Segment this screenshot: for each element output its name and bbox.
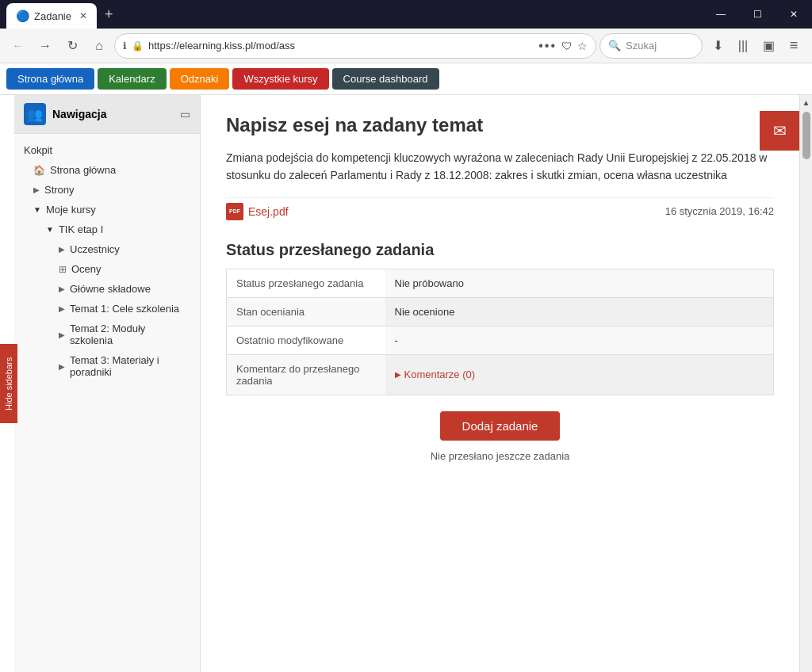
home-icon: 🏠	[33, 165, 45, 176]
sidebar-item-glowne-skladowe-label: Główne składowe	[70, 283, 151, 295]
status-label-1: Stan oceniania	[227, 297, 385, 326]
nav-bar: Strona główna Kalendarz Odznaki Wszystki…	[0, 63, 812, 95]
window-controls: — ☐ ✕	[703, 0, 812, 29]
pdf-icon: PDF	[226, 203, 243, 220]
active-tab[interactable]: 🔵 Zadanie ✕	[6, 3, 97, 29]
chevron-right-icon-t3: ▶	[59, 362, 65, 371]
status-value-2: -	[385, 326, 774, 354]
table-row: Stan oceniania Nie ocenione	[227, 297, 774, 326]
sidebar-nav: Kokpit 🏠 Strona główna ▶ Strony ▼ Moje k…	[14, 134, 200, 388]
sidebar-item-moje-kursy-label: Moje kursy	[46, 204, 96, 216]
sidebar-item-kokpit[interactable]: Kokpit	[14, 140, 200, 160]
chevron-right-icon-t1: ▶	[59, 304, 65, 313]
nav-wszystkie-kursy[interactable]: Wszystkie kursy	[232, 68, 328, 90]
sidebar: 👥 Nawigacja ▭ Kokpit 🏠 Strona główna ▶	[14, 95, 201, 672]
library-button[interactable]: |||	[731, 34, 755, 58]
download-button[interactable]: ⬇	[706, 34, 730, 58]
grid-icon: ⊞	[59, 264, 67, 275]
sidebar-item-temat3[interactable]: ▶ Temat 3: Materiały i poradniki	[14, 350, 200, 382]
file-name: Esej.pdf	[248, 205, 289, 218]
sidebar-item-strony[interactable]: ▶ Strony	[14, 180, 200, 200]
nav-odznaki[interactable]: Odznaki	[170, 68, 230, 90]
status-value-3-cell: ▶ Komentarze (0)	[385, 354, 774, 395]
nav-strona-glowna[interactable]: Strona główna	[6, 68, 94, 90]
shield-icon: 🛡	[561, 40, 573, 52]
chevron-right-icon-glowne: ▶	[59, 284, 65, 293]
sidebar-button[interactable]: ▣	[756, 34, 780, 58]
status-table: Status przesłanego zadania Nie próbowano…	[226, 269, 774, 395]
content-area: ✉ Napisz esej na zadany temat Zmiana pod…	[201, 95, 799, 672]
sidebar-item-temat1[interactable]: ▶ Temat 1: Cele szkolenia	[14, 299, 200, 319]
sidebar-item-temat2-label: Temat 2: Moduły szkolenia	[70, 323, 190, 346]
status-label-2: Ostatnio modyfikowane	[227, 326, 385, 354]
tab-close-button[interactable]: ✕	[79, 10, 87, 21]
close-window-button[interactable]: ✕	[776, 0, 812, 29]
search-bar[interactable]: 🔍 Szukaj	[599, 33, 703, 59]
sidebar-header: 👥 Nawigacja ▭	[14, 95, 200, 134]
table-row: Ostatnio modyfikowane -	[227, 326, 774, 354]
sidebar-item-oceny-label: Oceny	[71, 263, 102, 275]
title-bar: 🔵 Zadanie ✕ + — ☐ ✕	[0, 0, 812, 29]
sidebar-item-uczestnicy-label: Uczestnicy	[70, 243, 120, 255]
sidebar-collapse-button[interactable]: ▭	[180, 108, 190, 120]
tab-bar: 🔵 Zadanie ✕ +	[6, 0, 703, 29]
sidebar-item-uczestnicy[interactable]: ▶ Uczestnicy	[14, 239, 200, 259]
sidebar-item-oceny[interactable]: ⊞ Oceny	[14, 259, 200, 279]
chevron-right-icon: ▶	[33, 185, 40, 194]
chevron-down-icon-tik: ▼	[46, 225, 54, 234]
tab-title: Zadanie	[34, 10, 71, 22]
sidebar-item-glowne-skladowe[interactable]: ▶ Główne składowe	[14, 279, 200, 299]
reload-button[interactable]: ↻	[60, 34, 84, 58]
maximize-button[interactable]: ☐	[739, 0, 776, 29]
hide-sidebars-button[interactable]: Hide sidebars	[0, 344, 17, 423]
minimize-button[interactable]: —	[703, 0, 739, 29]
status-label-3: Komentarz do przesłanego zadania	[227, 354, 385, 395]
table-row: Status przesłanego zadania Nie próbowano	[227, 269, 774, 297]
sidebar-item-strona-glowna-label: Strona główna	[50, 164, 116, 176]
nav-kalendarz[interactable]: Kalendarz	[98, 68, 167, 90]
lock-icon: 🔒	[132, 40, 144, 52]
email-fab-button[interactable]: ✉	[760, 111, 799, 151]
hide-sidebars-label: Hide sidebars	[4, 357, 13, 410]
address-bar[interactable]: ℹ 🔒 https://elearning.kiss.pl/mod/ass ••…	[114, 33, 596, 59]
search-icon: 🔍	[608, 40, 621, 52]
info-icon: ℹ	[123, 40, 127, 52]
scroll-thumb[interactable]	[802, 112, 810, 159]
page-title: Napisz esej na zadany temat	[226, 114, 774, 136]
status-value-1: Nie ocenione	[385, 297, 774, 326]
menu-button[interactable]: ≡	[782, 34, 806, 58]
file-date: 16 stycznia 2019, 16:42	[665, 205, 774, 217]
content-description: Zmiana podejścia do kompetencji kluczowy…	[226, 149, 774, 185]
back-button[interactable]: ←	[6, 34, 30, 58]
browser-actions: ⬇ ||| ▣ ≡	[706, 34, 806, 58]
add-task-button[interactable]: Dodaj zadanie	[440, 411, 561, 441]
comments-label: Komentarze (0)	[404, 368, 476, 380]
sidebar-title: Nawigacja	[52, 108, 174, 120]
sidebar-item-moje-kursy[interactable]: ▼ Moje kursy	[14, 200, 200, 220]
more-button[interactable]: •••	[538, 39, 557, 53]
file-link[interactable]: PDF Esej.pdf	[226, 203, 289, 220]
status-label-0: Status przesłanego zadania	[227, 269, 385, 297]
forward-button[interactable]: →	[33, 34, 57, 58]
address-bar-icons: ℹ 🔒	[123, 40, 144, 52]
status-section-title: Status przesłanego zadania	[226, 241, 774, 259]
status-section: Status przesłanego zadania Status przesł…	[226, 241, 774, 462]
sidebar-item-temat3-label: Temat 3: Materiały i poradniki	[70, 354, 190, 378]
status-value-0: Nie próbowano	[385, 269, 774, 297]
bookmark-icon[interactable]: ☆	[577, 40, 588, 52]
new-tab-button[interactable]: +	[97, 0, 121, 29]
sidebar-item-strony-label: Strony	[44, 184, 75, 196]
url-text: https://elearning.kiss.pl/mod/ass	[148, 40, 534, 52]
tab-favicon: 🔵	[16, 10, 29, 22]
sidebar-item-tik-etap[interactable]: ▼ TIK etap I	[14, 220, 200, 239]
home-button[interactable]: ⌂	[87, 34, 111, 58]
comments-link[interactable]: ▶ Komentarze (0)	[395, 368, 764, 380]
sidebar-item-strona-glowna[interactable]: 🏠 Strona główna	[14, 160, 200, 180]
sidebar-item-temat2[interactable]: ▶ Temat 2: Moduły szkolenia	[14, 319, 200, 350]
search-placeholder: Szukaj	[626, 40, 657, 52]
comments-arrow-icon: ▶	[395, 370, 401, 379]
main-layout: Hide sidebars 👥 Nawigacja ▭ Kokpit 🏠	[0, 95, 812, 672]
nav-course-dashboard[interactable]: Course dashboard	[332, 68, 439, 90]
scroll-up-arrow[interactable]: ▲	[801, 97, 812, 109]
scrollbar[interactable]: ▲	[799, 95, 812, 672]
